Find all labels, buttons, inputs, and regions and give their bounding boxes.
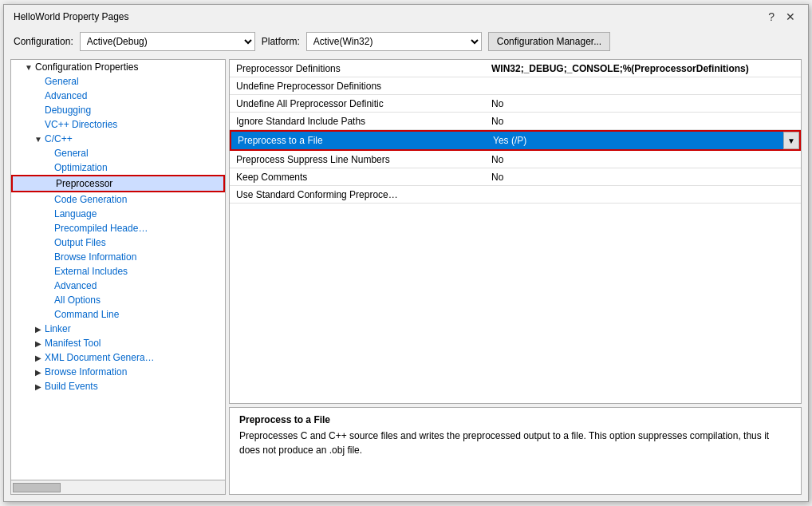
tree-item-browse-info-top[interactable]: ▶Browse Information — [11, 365, 225, 379]
right-panel: Preprocessor DefinitionsWIN32;_DEBUG;_CO… — [229, 59, 802, 495]
tree-item-code-generation[interactable]: Code Generation — [11, 192, 225, 207]
property-pages-dialog: HelloWorld Property Pages ? ✕ Configurat… — [3, 4, 809, 502]
platform-label: Platform: — [262, 36, 300, 47]
prop-value: No — [485, 114, 801, 128]
description-panel: Preprocess to a File Preprocesses C and … — [229, 407, 802, 495]
tree-scroll[interactable]: ▼Configuration PropertiesGeneralAdvanced… — [11, 60, 225, 480]
tree-label: Browse Information — [54, 251, 136, 263]
tree-item-browse-info[interactable]: Browse Information — [11, 250, 225, 264]
tree-item-general[interactable]: General — [11, 74, 225, 89]
tree-item-all-options[interactable]: All Options — [11, 293, 225, 307]
tree-item-xml-doc[interactable]: ▶XML Document Genera… — [11, 350, 225, 365]
prop-name: Preprocess Suppress Line Numbers — [230, 152, 485, 167]
main-content: ▼Configuration PropertiesGeneralAdvanced… — [4, 56, 808, 501]
tree-item-cpp[interactable]: ▼C/C++ — [11, 132, 225, 146]
prop-name: Preprocess to a File — [231, 132, 487, 149]
tree-item-output-files[interactable]: Output Files — [11, 235, 225, 250]
prop-dropdown-button[interactable]: ▼ — [783, 132, 799, 149]
config-label: Configuration: — [14, 36, 73, 47]
tree-item-advanced[interactable]: Advanced — [11, 89, 225, 103]
prop-value — [485, 193, 801, 196]
tree-item-preprocessor[interactable]: Preprocessor — [11, 175, 225, 192]
prop-name: Undefine All Preprocessor Definitic — [230, 97, 485, 111]
tree-label: All Options — [54, 295, 101, 306]
tree-label: XML Document Genera… — [45, 352, 155, 363]
tree-label: Precompiled Heade… — [54, 223, 148, 234]
prop-row[interactable]: Keep CommentsNo — [230, 168, 801, 186]
tree-expand-icon: ▶ — [34, 354, 43, 362]
prop-row[interactable]: Use Standard Conforming Preproce… — [230, 186, 801, 204]
title-bar: HelloWorld Property Pages ? ✕ — [4, 5, 808, 27]
tree-item-vc-dirs[interactable]: VC++ Directories — [11, 117, 225, 132]
tree-item-cpp-general[interactable]: General — [11, 146, 225, 160]
tree-label: General — [54, 148, 89, 159]
prop-row[interactable]: Ignore Standard Include PathsNo — [230, 113, 801, 130]
tree-label: Configuration Properties — [35, 61, 138, 73]
prop-value: No — [485, 152, 801, 167]
config-manager-button[interactable]: Configuration Manager... — [488, 32, 610, 51]
tree-label: Output Files — [54, 237, 106, 248]
tree-item-external-includes[interactable]: External Includes — [11, 264, 225, 279]
tree-item-precompiled[interactable]: Precompiled Heade… — [11, 221, 225, 235]
prop-value: WIN32;_DEBUG;_CONSOLE;%(PreprocessorDefi… — [485, 61, 801, 76]
desc-title: Preprocess to a File — [239, 414, 791, 425]
tree-item-config-props[interactable]: ▼Configuration Properties — [11, 60, 225, 74]
tree-item-linker[interactable]: ▶Linker — [11, 322, 225, 336]
tree-label: Advanced — [45, 90, 87, 101]
tree-label: Advanced — [54, 280, 97, 291]
configuration-row: Configuration: Active(Debug) Platform: A… — [4, 27, 808, 56]
tree-scrollbar-h[interactable] — [11, 480, 225, 494]
configuration-select[interactable]: Active(Debug) — [80, 32, 255, 51]
tree-label: Command Line — [54, 309, 119, 320]
prop-row[interactable]: Undefine Preprocessor Definitions — [230, 77, 801, 95]
tree-item-debugging[interactable]: Debugging — [11, 103, 225, 117]
prop-row[interactable]: Preprocess Suppress Line NumbersNo — [230, 151, 801, 168]
dialog-title: HelloWorld Property Pages — [14, 11, 129, 22]
tree-expand-icon: ▼ — [24, 63, 34, 72]
tree-item-advanced-cpp[interactable]: Advanced — [11, 279, 225, 293]
prop-value: No — [485, 170, 801, 184]
tree-label: Build Events — [45, 381, 98, 392]
prop-row[interactable]: Undefine All Preprocessor DefiniticNo — [230, 95, 801, 113]
prop-name: Keep Comments — [230, 170, 485, 184]
tree-label: Language — [54, 208, 97, 219]
tree-label: Debugging — [45, 105, 91, 116]
prop-value: No — [485, 97, 801, 111]
tree-item-build-events[interactable]: ▶Build Events — [11, 379, 225, 393]
prop-row[interactable]: Preprocessor DefinitionsWIN32;_DEBUG;_CO… — [230, 60, 801, 77]
tree-label: Manifest Tool — [45, 338, 101, 349]
tree-expand-icon: ▶ — [34, 368, 43, 377]
tree-item-manifest-tool[interactable]: ▶Manifest Tool — [11, 336, 225, 350]
platform-select[interactable]: Active(Win32) — [306, 32, 482, 51]
prop-value — [485, 85, 801, 88]
tree-expand-icon: ▼ — [34, 135, 43, 144]
properties-panel: Preprocessor DefinitionsWIN32;_DEBUG;_CO… — [229, 59, 802, 404]
title-bar-controls: ? ✕ — [765, 11, 798, 22]
prop-table[interactable]: Preprocessor DefinitionsWIN32;_DEBUG;_CO… — [230, 60, 801, 403]
tree-expand-icon: ▶ — [34, 325, 43, 334]
tree-scroll-thumb[interactable] — [13, 483, 61, 492]
tree-panel: ▼Configuration PropertiesGeneralAdvanced… — [10, 59, 226, 495]
prop-name: Undefine Preprocessor Definitions — [230, 79, 485, 93]
tree-label: Browse Information — [45, 366, 127, 378]
tree-label: External Includes — [54, 266, 128, 277]
prop-name: Ignore Standard Include Paths — [230, 114, 485, 128]
tree-label: Optimization — [54, 162, 108, 173]
prop-value-wrapper[interactable]: Yes (/P)▼ — [487, 132, 799, 149]
tree-item-language[interactable]: Language — [11, 207, 225, 221]
tree-expand-icon: ▶ — [34, 382, 43, 391]
prop-name: Preprocessor Definitions — [230, 61, 485, 76]
tree-label: Linker — [45, 323, 71, 334]
help-button[interactable]: ? — [765, 11, 778, 22]
tree-item-command-line[interactable]: Command Line — [11, 307, 225, 322]
tree-expand-icon: ▶ — [34, 339, 43, 348]
prop-value: Yes (/P) — [487, 133, 783, 148]
desc-text: Preprocesses C and C++ source files and … — [239, 429, 791, 457]
tree-label: General — [45, 76, 79, 87]
prop-row[interactable]: Preprocess to a FileYes (/P)▼ — [230, 130, 801, 151]
tree-label: Code Generation — [54, 194, 127, 205]
close-button[interactable]: ✕ — [782, 11, 798, 22]
tree-label: VC++ Directories — [45, 119, 117, 130]
tree-label: Preprocessor — [56, 178, 112, 189]
tree-item-optimization[interactable]: Optimization — [11, 160, 225, 175]
